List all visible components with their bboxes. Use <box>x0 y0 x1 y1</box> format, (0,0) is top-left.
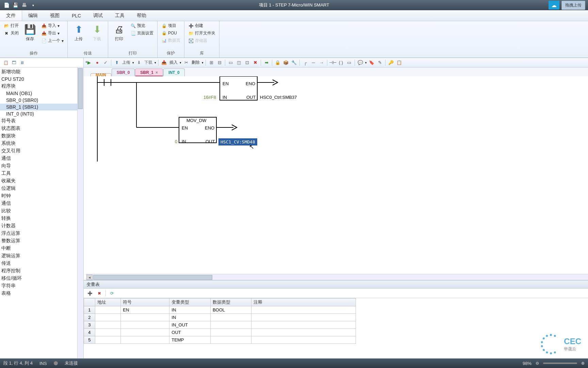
cell-vartype[interactable]: IN <box>169 306 211 314</box>
cell-addr[interactable] <box>95 329 121 336</box>
var-delete-icon[interactable]: ✖ <box>96 290 103 297</box>
bookmark-icon[interactable]: 🔖 <box>368 59 375 66</box>
tree-item-12[interactable]: 通信 <box>0 155 83 162</box>
cloud-icon[interactable]: ☁ <box>549 1 559 10</box>
table-row[interactable]: 3 IN_OUT <box>84 321 356 329</box>
tree-item-27[interactable]: 程序控制 <box>0 267 83 275</box>
cell-symbol[interactable] <box>121 329 169 336</box>
open-folder-button[interactable]: 📁打开文件夹 <box>187 30 216 36</box>
lock-icon[interactable]: 🔒 <box>274 59 281 66</box>
tool-icon-5[interactable]: 🔑 <box>388 59 394 66</box>
cell-comment[interactable] <box>251 329 356 336</box>
contact-icon-1[interactable]: ⊣⊢ <box>329 59 336 66</box>
cell-vartype[interactable]: TEMP <box>169 336 211 344</box>
tree-item-5[interactable]: SBR_1 (SBR1) <box>0 104 83 110</box>
new-icon[interactable]: 📄 <box>3 1 10 9</box>
tree-item-23[interactable]: 整数运算 <box>0 237 83 245</box>
ladder-canvas[interactable]: EN ENO IN OUT 16#F8 HSC0_Ctrl:SMB37 MOV_… <box>84 76 588 280</box>
insert-icon[interactable]: 📥 <box>161 59 167 66</box>
tree-grid-icon[interactable]: 🗔 <box>11 60 17 66</box>
cell-vartype[interactable]: IN <box>169 314 211 321</box>
create-lib-button[interactable]: ➕创建 <box>187 22 216 29</box>
cell-datatype[interactable] <box>210 321 251 329</box>
cell-addr[interactable] <box>95 336 121 344</box>
tree-item-21[interactable]: 计数器 <box>0 222 83 230</box>
tree-item-7[interactable]: 符号表 <box>0 117 83 125</box>
download-button[interactable]: ⬇ 下载 <box>89 22 105 43</box>
ladder-h-scrollbar[interactable]: ◂ <box>86 274 588 280</box>
table-row[interactable]: 2 IN <box>84 314 356 321</box>
ladder-scroll-thumb[interactable] <box>93 275 212 280</box>
menu-tool[interactable]: 工具 <box>109 10 131 21</box>
pagesetup-button[interactable]: 📃页面设置 <box>129 30 154 36</box>
tree-item-14[interactable]: 工具 <box>0 170 83 177</box>
menu-edit[interactable]: 编辑 <box>22 10 44 21</box>
tree-item-26[interactable]: 传送 <box>0 260 83 267</box>
upload-button[interactable]: ⬆ 上传 <box>70 22 87 43</box>
zoom-in-icon[interactable]: ⊕ <box>581 361 585 366</box>
menu-help[interactable]: 帮助 <box>131 10 152 21</box>
tree-item-17[interactable]: 时钟 <box>0 192 83 200</box>
contact-icon-3[interactable]: ▭ <box>346 59 353 66</box>
tree-item-6[interactable]: INT_0 (INT0) <box>0 110 83 117</box>
variable-table[interactable]: 地址 符号 变量类型 数据类型 注释 1 EN IN BOOL 2 IN 3 I… <box>84 298 356 344</box>
tree-item-9[interactable]: 数据块 <box>0 132 83 140</box>
tool-icon-3[interactable]: 📦 <box>282 59 289 66</box>
col-vartype[interactable]: 变量类型 <box>169 298 211 306</box>
tree-item-13[interactable]: 向导 <box>0 162 83 170</box>
prev-button[interactable]: 📄上一个 ▾ <box>40 37 65 44</box>
tree-monitor-icon[interactable]: 🖥 <box>19 60 25 66</box>
tool-icon-1[interactable]: ⊞ <box>208 59 215 66</box>
block2-in-val[interactable]: 0 <box>175 139 177 144</box>
tree-scrollbar[interactable] <box>77 67 83 358</box>
block1-out-val[interactable]: HSC0_Ctrl:SMB37 <box>260 95 297 100</box>
tree-item-30[interactable]: 表格 <box>0 290 83 297</box>
tree-item-8[interactable]: 状态图表 <box>0 125 83 132</box>
tab-sbr0[interactable]: SBR_0 <box>112 68 135 76</box>
compile-icon[interactable]: ✓ <box>102 59 109 66</box>
cell-datatype[interactable]: BOOL <box>210 306 251 314</box>
drag-upload-button[interactable]: 拖拽上传 <box>561 1 585 10</box>
tab-int0[interactable]: INT_0 <box>163 68 185 76</box>
memory-button[interactable]: 💽存储器 <box>187 37 216 44</box>
cell-addr[interactable] <box>95 321 121 329</box>
print-icon[interactable]: 🖶 <box>20 1 28 9</box>
cell-datatype[interactable] <box>210 336 251 344</box>
tree-item-20[interactable]: 转换 <box>0 215 83 222</box>
download-small-icon[interactable]: ⬇ <box>135 59 142 66</box>
tree-item-22[interactable]: 浮点运算 <box>0 230 83 237</box>
col-comment[interactable]: 注释 <box>251 298 356 306</box>
var-add-icon[interactable]: ➕ <box>86 290 93 297</box>
tree-item-3[interactable]: MAIN (OB1) <box>0 90 83 97</box>
cell-symbol[interactable] <box>121 321 169 329</box>
export-button[interactable]: 📤导出 ▾ <box>40 30 65 36</box>
menu-view[interactable]: 视图 <box>44 10 66 21</box>
table-row[interactable]: 5 TEMP <box>84 336 356 344</box>
tree-item-25[interactable]: 逻辑运算 <box>0 252 83 260</box>
save-icon[interactable]: 💾 <box>12 1 19 9</box>
cell-datatype[interactable] <box>210 329 251 336</box>
go-icon[interactable]: ➡ <box>263 59 270 66</box>
col-datatype[interactable]: 数据类型 <box>210 298 251 306</box>
project-protect-button[interactable]: 🔒项目 <box>160 22 181 29</box>
tree-item-0[interactable]: 新增功能 <box>0 68 83 76</box>
edit-icon[interactable]: ✎ <box>376 59 383 66</box>
tree-item-11[interactable]: 交叉引用 <box>0 147 83 155</box>
table-row[interactable]: 4 OUT <box>84 329 356 336</box>
zoom-out-icon[interactable]: ⊖ <box>536 361 539 366</box>
block1-in-val[interactable]: 16#F8 <box>203 95 216 100</box>
menu-debug[interactable]: 调试 <box>87 10 109 21</box>
cell-comment[interactable] <box>251 314 356 321</box>
table-row[interactable]: 1 EN IN BOOL <box>84 306 356 314</box>
tab-nav-left-icon[interactable]: ◂ <box>85 59 87 64</box>
cell-addr[interactable] <box>95 306 121 314</box>
cell-symbol[interactable] <box>121 336 169 344</box>
preview-button[interactable]: 🔍预览 <box>129 22 154 29</box>
cell-comment[interactable] <box>251 336 356 344</box>
var-refresh-icon[interactable]: ⟳ <box>109 290 115 297</box>
tree-item-16[interactable]: 位逻辑 <box>0 185 83 192</box>
menu-file[interactable]: 文件 <box>0 10 22 21</box>
window-close-icon[interactable]: ✖ <box>252 59 259 66</box>
tree-item-1[interactable]: CPU ST20 <box>0 76 83 82</box>
tab-close-icon[interactable]: × <box>156 70 158 75</box>
